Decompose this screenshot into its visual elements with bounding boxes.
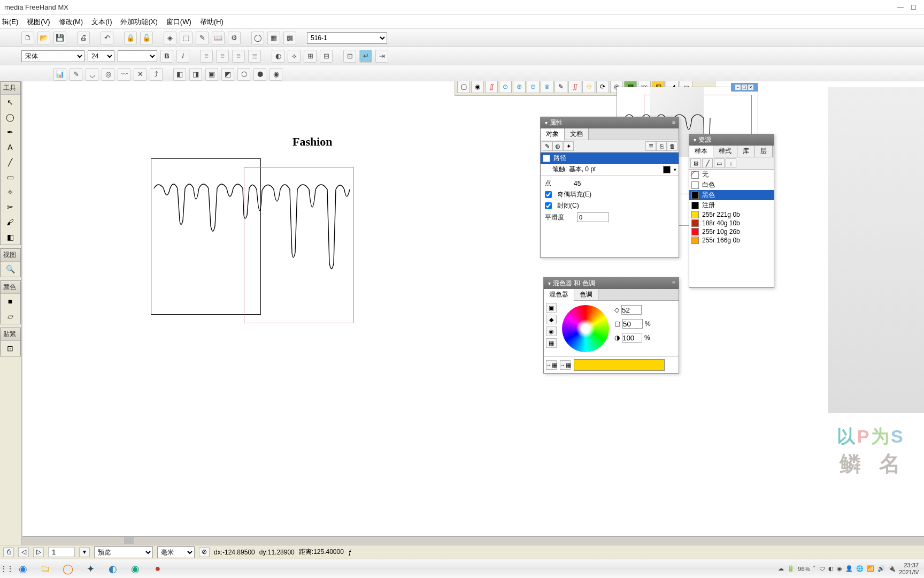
tool-h-icon[interactable]: ▩ bbox=[283, 32, 296, 44]
3d-icon[interactable]: ◧ bbox=[173, 68, 186, 81]
text-tool-icon[interactable]: A bbox=[1, 140, 20, 155]
stroke-swatch-icon[interactable]: ▱ bbox=[1, 309, 20, 324]
closed-checkbox[interactable] bbox=[545, 202, 552, 209]
lock-icon[interactable]: 🔒 bbox=[124, 32, 137, 44]
knife-tool-icon[interactable]: ✂ bbox=[1, 200, 20, 215]
smudge-icon[interactable]: ◨ bbox=[189, 68, 202, 81]
swatch-black[interactable]: 黑色 bbox=[689, 190, 774, 200]
blend-icon[interactable]: ⬡ bbox=[237, 68, 250, 81]
minimize-button[interactable]: — bbox=[894, 4, 907, 11]
italic-icon[interactable]: I bbox=[176, 50, 189, 63]
swatch-mode1-icon[interactable]: ⊠ bbox=[690, 158, 701, 168]
maximize-button[interactable]: ☐ bbox=[907, 4, 920, 11]
swatch-darkred[interactable]: 188r 40g 10b bbox=[689, 219, 774, 227]
mirror-icon[interactable]: ⬢ bbox=[253, 68, 266, 81]
eraser-tool-icon[interactable]: ◧ bbox=[1, 230, 20, 245]
app2-icon[interactable]: ✦ bbox=[81, 561, 99, 577]
font-size-selector[interactable]: 24 bbox=[88, 50, 114, 62]
align-right-icon[interactable]: ≡ bbox=[232, 50, 245, 63]
lasso-tool-icon[interactable]: ◯ bbox=[1, 110, 20, 125]
prop-copy-icon[interactable]: ⎘ bbox=[656, 141, 667, 151]
status-nav-next-icon[interactable]: ▷ bbox=[33, 547, 44, 557]
units-selector[interactable]: 毫米 bbox=[157, 546, 195, 558]
doc-max-icon[interactable]: □ bbox=[742, 85, 747, 90]
h-scrollbar[interactable] bbox=[22, 536, 924, 545]
xop-1-icon[interactable]: ▢ bbox=[457, 81, 470, 93]
tab-styles[interactable]: 样式 bbox=[713, 146, 737, 157]
tab-library[interactable]: 库 bbox=[737, 146, 755, 157]
tab-swatches[interactable]: 样本 bbox=[689, 146, 713, 157]
hue-input[interactable] bbox=[621, 305, 642, 315]
xop-8-icon[interactable]: ✎ bbox=[555, 81, 567, 93]
mixer-rgb-icon[interactable]: ▣ bbox=[546, 303, 557, 313]
color-wheel[interactable] bbox=[562, 305, 609, 352]
xop-10-icon[interactable]: ♾ bbox=[582, 81, 595, 93]
menu-modify[interactable]: 修改(M) bbox=[59, 17, 83, 27]
swatch-add-icon[interactable]: ↓ bbox=[726, 158, 736, 168]
tray-net-icon[interactable]: 🌐 bbox=[856, 565, 864, 572]
bend-icon[interactable]: ⤴ bbox=[150, 68, 163, 81]
align-center-icon[interactable]: ≡ bbox=[216, 50, 229, 63]
fill-swatch-icon[interactable]: ■ bbox=[1, 294, 20, 309]
xop-5-icon[interactable]: ⊕ bbox=[513, 81, 526, 93]
undo-icon[interactable]: ↶ bbox=[101, 32, 113, 44]
text-color-icon[interactable]: ◐ bbox=[272, 50, 284, 63]
status-cancel-icon[interactable]: ⊘ bbox=[199, 547, 210, 557]
explorer-icon[interactable]: 🗂 bbox=[36, 561, 55, 577]
prop-effect-icon[interactable]: ✦ bbox=[563, 141, 574, 151]
mixer-hls-icon[interactable]: ◉ bbox=[546, 326, 557, 336]
prop-pen-icon[interactable]: ✎ bbox=[542, 141, 552, 151]
battery-icon[interactable]: 🔋 bbox=[787, 565, 795, 572]
edge-icon[interactable]: ◉ bbox=[14, 561, 32, 577]
chart-icon[interactable]: 📊 bbox=[53, 68, 66, 81]
swatch-mode3-icon[interactable]: ▭ bbox=[714, 158, 725, 168]
brush-tool-icon[interactable]: 🖌 bbox=[1, 215, 20, 230]
prop-trash-icon[interactable]: 🗑 bbox=[667, 141, 677, 151]
smooth-input[interactable] bbox=[577, 212, 609, 222]
page-number-input[interactable] bbox=[48, 547, 75, 557]
menu-view[interactable]: 视图(V) bbox=[27, 17, 50, 27]
tool-g-icon[interactable]: ▦ bbox=[267, 32, 280, 44]
assets-header[interactable]: ▾资源 bbox=[689, 134, 774, 146]
app3-icon[interactable]: ◐ bbox=[104, 561, 122, 577]
tab-document[interactable]: 文档 bbox=[565, 128, 589, 140]
mixer-header[interactable]: ▾混色器 和 色调≡ bbox=[544, 278, 679, 289]
xop-6-icon[interactable]: ⊖ bbox=[527, 81, 540, 93]
h-scroll-thumb[interactable] bbox=[124, 537, 134, 544]
swatch-orange[interactable]: 255r 166g 0b bbox=[689, 236, 774, 245]
swatch-none[interactable]: 无 bbox=[689, 170, 774, 180]
app1-icon[interactable]: ◯ bbox=[59, 561, 77, 577]
tray-user-icon[interactable]: 👤 bbox=[845, 565, 853, 572]
menu-window[interactable]: 窗口(W) bbox=[166, 17, 191, 27]
menu-xtras[interactable]: 外加功能(X) bbox=[120, 17, 157, 27]
tool-d-icon[interactable]: 📖 bbox=[212, 32, 225, 44]
text-cols-icon[interactable]: ⊞ bbox=[304, 50, 317, 63]
prop-row-stroke[interactable]: 笔触: 基本, 0 pt ▾ bbox=[541, 164, 679, 175]
align-justify-icon[interactable]: ≣ bbox=[248, 50, 261, 63]
open-icon[interactable]: 📂 bbox=[37, 32, 50, 44]
taskbar-clock[interactable]: 23:37 2021/5/ bbox=[896, 562, 922, 575]
xop-2-icon[interactable]: ◉ bbox=[471, 81, 484, 93]
prop-row-path[interactable]: 路径 bbox=[541, 153, 679, 164]
tray-app2-icon[interactable]: ◉ bbox=[837, 565, 842, 572]
pointer-tool-icon[interactable]: ↖ bbox=[1, 95, 20, 110]
tab-layers[interactable]: 层 bbox=[755, 146, 773, 157]
doc-min-icon[interactable]: - bbox=[735, 85, 741, 90]
swatch-yellow[interactable]: 255r 221g 0b bbox=[689, 210, 774, 219]
rect-tool-icon[interactable]: ▭ bbox=[1, 170, 20, 185]
text-effect-icon[interactable]: ⟡ bbox=[288, 50, 301, 63]
freeform-tool-icon[interactable]: ✧ bbox=[1, 185, 20, 200]
new-icon[interactable]: 🗋 bbox=[21, 32, 34, 44]
mixer-sys-icon[interactable]: ▦ bbox=[546, 338, 557, 348]
sat-input[interactable] bbox=[622, 319, 643, 329]
zoom-tool-icon[interactable]: 🔍 bbox=[1, 262, 20, 277]
unlock-icon[interactable]: 🔓 bbox=[140, 32, 153, 44]
xop-3-icon[interactable]: ∬ bbox=[485, 81, 498, 93]
tab-object[interactable]: 对象 bbox=[541, 128, 565, 140]
swatch-registration[interactable]: 注册 bbox=[689, 200, 774, 210]
prop-fill-icon[interactable]: ◍ bbox=[552, 141, 563, 151]
tool-f-icon[interactable]: ◯ bbox=[251, 32, 264, 44]
save-icon[interactable]: 💾 bbox=[53, 32, 66, 44]
align-left-icon[interactable]: ≡ bbox=[200, 50, 213, 63]
status-nav-first-icon[interactable]: ⎙ bbox=[3, 547, 14, 557]
